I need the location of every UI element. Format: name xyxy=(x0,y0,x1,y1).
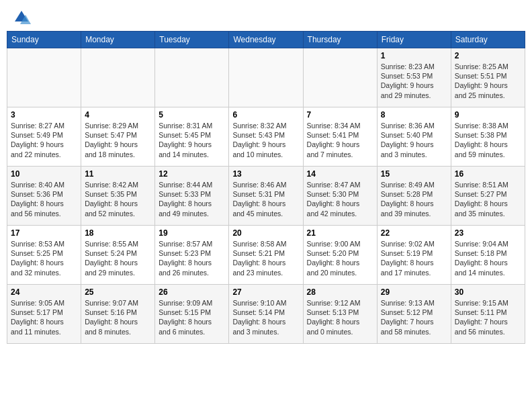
calendar-cell: 25Sunrise: 9:07 AM Sunset: 5:16 PM Dayli… xyxy=(81,285,155,344)
day-of-week-header: Sunday xyxy=(7,32,81,48)
calendar-cell: 21Sunrise: 9:00 AM Sunset: 5:20 PM Dayli… xyxy=(303,226,377,285)
day-info: Sunrise: 9:04 AM Sunset: 5:18 PM Dayligh… xyxy=(455,239,521,277)
calendar-table: SundayMondayTuesdayWednesdayThursdayFrid… xyxy=(7,31,525,344)
calendar-cell: 30Sunrise: 9:15 AM Sunset: 5:11 PM Dayli… xyxy=(451,285,525,344)
calendar-cell: 5Sunrise: 8:31 AM Sunset: 5:45 PM Daylig… xyxy=(155,107,229,167)
calendar-cell: 1Sunrise: 8:23 AM Sunset: 5:53 PM Daylig… xyxy=(377,48,451,107)
day-info: Sunrise: 8:38 AM Sunset: 5:38 PM Dayligh… xyxy=(455,121,521,159)
day-of-week-header: Tuesday xyxy=(155,32,229,48)
calendar-cell: 2Sunrise: 8:25 AM Sunset: 5:51 PM Daylig… xyxy=(451,48,525,107)
day-number: 12 xyxy=(159,169,225,179)
calendar-cell: 9Sunrise: 8:38 AM Sunset: 5:38 PM Daylig… xyxy=(451,107,525,167)
calendar-cell: 24Sunrise: 9:05 AM Sunset: 5:17 PM Dayli… xyxy=(7,285,81,344)
calendar-cell xyxy=(229,48,303,107)
day-of-week-header: Friday xyxy=(377,32,451,48)
day-info: Sunrise: 8:29 AM Sunset: 5:47 PM Dayligh… xyxy=(85,121,151,159)
calendar-cell: 20Sunrise: 8:58 AM Sunset: 5:21 PM Dayli… xyxy=(229,226,303,285)
calendar-cell: 14Sunrise: 8:47 AM Sunset: 5:30 PM Dayli… xyxy=(303,167,377,226)
calendar-cell: 23Sunrise: 9:04 AM Sunset: 5:18 PM Dayli… xyxy=(451,226,525,285)
calendar-cell xyxy=(81,48,155,107)
day-number: 17 xyxy=(11,228,77,238)
day-info: Sunrise: 8:51 AM Sunset: 5:27 PM Dayligh… xyxy=(455,180,521,218)
calendar-cell: 26Sunrise: 9:09 AM Sunset: 5:15 PM Dayli… xyxy=(155,285,229,344)
calendar-cell xyxy=(7,48,81,107)
calendar-cell: 8Sunrise: 8:36 AM Sunset: 5:40 PM Daylig… xyxy=(377,107,451,167)
calendar-cell: 18Sunrise: 8:55 AM Sunset: 5:24 PM Dayli… xyxy=(81,226,155,285)
day-number: 6 xyxy=(232,110,299,120)
day-info: Sunrise: 8:27 AM Sunset: 5:49 PM Dayligh… xyxy=(11,121,77,159)
day-number: 21 xyxy=(307,228,373,238)
day-number: 20 xyxy=(232,228,299,238)
day-number: 15 xyxy=(381,169,447,179)
day-info: Sunrise: 9:10 AM Sunset: 5:14 PM Dayligh… xyxy=(232,298,299,336)
day-info: Sunrise: 9:15 AM Sunset: 5:11 PM Dayligh… xyxy=(455,298,521,336)
day-info: Sunrise: 9:13 AM Sunset: 5:12 PM Dayligh… xyxy=(381,298,447,336)
day-number: 11 xyxy=(85,169,151,179)
day-number: 30 xyxy=(455,287,521,297)
calendar-cell: 22Sunrise: 9:02 AM Sunset: 5:19 PM Dayli… xyxy=(377,226,451,285)
calendar-cell xyxy=(303,48,377,107)
day-of-week-header: Wednesday xyxy=(229,32,303,48)
calendar-cell: 3Sunrise: 8:27 AM Sunset: 5:49 PM Daylig… xyxy=(7,107,81,167)
calendar-week-row: 24Sunrise: 9:05 AM Sunset: 5:17 PM Dayli… xyxy=(7,285,525,344)
day-info: Sunrise: 8:23 AM Sunset: 5:53 PM Dayligh… xyxy=(381,62,447,100)
calendar-week-row: 17Sunrise: 8:53 AM Sunset: 5:25 PM Dayli… xyxy=(7,226,525,285)
day-info: Sunrise: 9:05 AM Sunset: 5:17 PM Dayligh… xyxy=(11,298,77,336)
calendar-cell: 12Sunrise: 8:44 AM Sunset: 5:33 PM Dayli… xyxy=(155,167,229,226)
calendar-cell: 7Sunrise: 8:34 AM Sunset: 5:41 PM Daylig… xyxy=(303,107,377,167)
calendar-cell: 15Sunrise: 8:49 AM Sunset: 5:28 PM Dayli… xyxy=(377,167,451,226)
day-info: Sunrise: 8:42 AM Sunset: 5:35 PM Dayligh… xyxy=(85,180,151,218)
day-info: Sunrise: 8:25 AM Sunset: 5:51 PM Dayligh… xyxy=(455,62,521,100)
day-number: 10 xyxy=(11,169,77,179)
day-info: Sunrise: 8:55 AM Sunset: 5:24 PM Dayligh… xyxy=(85,239,151,277)
calendar-week-row: 3Sunrise: 8:27 AM Sunset: 5:49 PM Daylig… xyxy=(7,107,525,167)
day-info: Sunrise: 8:36 AM Sunset: 5:40 PM Dayligh… xyxy=(381,121,447,159)
day-number: 28 xyxy=(307,287,373,297)
day-info: Sunrise: 8:40 AM Sunset: 5:36 PM Dayligh… xyxy=(11,180,77,218)
day-number: 16 xyxy=(455,169,521,179)
calendar-container: SundayMondayTuesdayWednesdayThursdayFrid… xyxy=(0,31,532,351)
calendar-header-row: SundayMondayTuesdayWednesdayThursdayFrid… xyxy=(7,32,525,48)
calendar-cell: 16Sunrise: 8:51 AM Sunset: 5:27 PM Dayli… xyxy=(451,167,525,226)
calendar-cell: 4Sunrise: 8:29 AM Sunset: 5:47 PM Daylig… xyxy=(81,107,155,167)
day-number: 27 xyxy=(232,287,299,297)
calendar-cell: 11Sunrise: 8:42 AM Sunset: 5:35 PM Dayli… xyxy=(81,167,155,226)
day-info: Sunrise: 8:32 AM Sunset: 5:43 PM Dayligh… xyxy=(232,121,299,159)
day-of-week-header: Thursday xyxy=(303,32,377,48)
day-info: Sunrise: 8:57 AM Sunset: 5:23 PM Dayligh… xyxy=(159,239,225,277)
day-number: 1 xyxy=(381,51,447,60)
day-number: 23 xyxy=(455,228,521,238)
day-number: 19 xyxy=(159,228,225,238)
day-number: 29 xyxy=(381,287,447,297)
logo xyxy=(12,8,34,27)
day-info: Sunrise: 8:53 AM Sunset: 5:25 PM Dayligh… xyxy=(11,239,77,277)
day-info: Sunrise: 9:09 AM Sunset: 5:15 PM Dayligh… xyxy=(159,298,225,336)
day-number: 9 xyxy=(455,110,521,120)
day-info: Sunrise: 8:47 AM Sunset: 5:30 PM Dayligh… xyxy=(307,180,373,218)
day-number: 22 xyxy=(381,228,447,238)
day-of-week-header: Saturday xyxy=(451,32,525,48)
calendar-cell: 28Sunrise: 9:12 AM Sunset: 5:13 PM Dayli… xyxy=(303,285,377,344)
day-number: 2 xyxy=(455,51,521,60)
calendar-cell: 6Sunrise: 8:32 AM Sunset: 5:43 PM Daylig… xyxy=(229,107,303,167)
day-info: Sunrise: 8:58 AM Sunset: 5:21 PM Dayligh… xyxy=(232,239,299,277)
day-number: 5 xyxy=(159,110,225,120)
day-info: Sunrise: 8:44 AM Sunset: 5:33 PM Dayligh… xyxy=(159,180,225,218)
day-info: Sunrise: 9:02 AM Sunset: 5:19 PM Dayligh… xyxy=(381,239,447,277)
day-info: Sunrise: 9:00 AM Sunset: 5:20 PM Dayligh… xyxy=(307,239,373,277)
day-number: 25 xyxy=(85,287,151,297)
day-number: 13 xyxy=(232,169,299,179)
calendar-week-row: 10Sunrise: 8:40 AM Sunset: 5:36 PM Dayli… xyxy=(7,167,525,226)
day-number: 24 xyxy=(11,287,77,297)
day-number: 26 xyxy=(159,287,225,297)
calendar-cell: 29Sunrise: 9:13 AM Sunset: 5:12 PM Dayli… xyxy=(377,285,451,344)
day-info: Sunrise: 9:12 AM Sunset: 5:13 PM Dayligh… xyxy=(307,298,373,336)
calendar-cell: 27Sunrise: 9:10 AM Sunset: 5:14 PM Dayli… xyxy=(229,285,303,344)
day-number: 7 xyxy=(307,110,373,120)
header xyxy=(0,0,532,31)
day-info: Sunrise: 9:07 AM Sunset: 5:16 PM Dayligh… xyxy=(85,298,151,336)
calendar-cell: 13Sunrise: 8:46 AM Sunset: 5:31 PM Dayli… xyxy=(229,167,303,226)
calendar-cell: 10Sunrise: 8:40 AM Sunset: 5:36 PM Dayli… xyxy=(7,167,81,226)
logo-icon xyxy=(12,8,31,27)
day-number: 14 xyxy=(307,169,373,179)
